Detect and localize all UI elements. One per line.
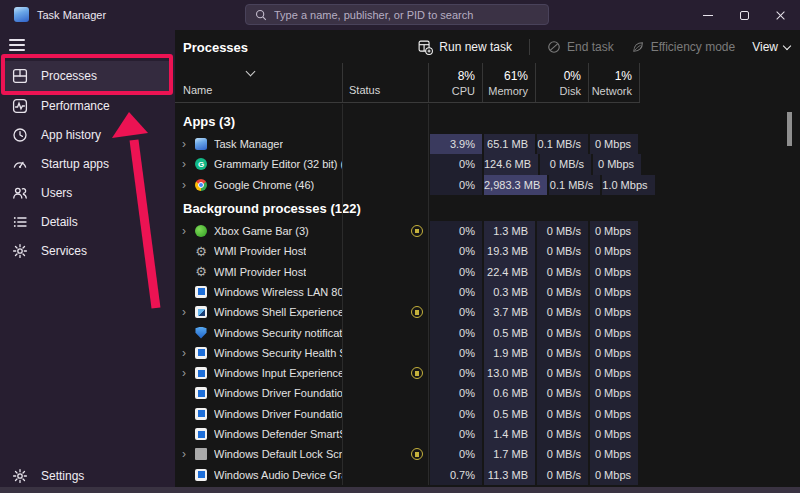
end-task-button[interactable]: End task [547,40,614,54]
memory-cell: 0.5 MB [482,404,535,424]
toolbar-divider [529,39,530,55]
process-name-cell: ›Windows Audio Device Graph... [175,464,342,484]
column-header-disk[interactable]: 0% Disk [535,63,588,102]
search-input[interactable] [274,9,539,21]
network-cell: 0 Mbps [588,261,640,281]
cpu-cell: 0% [428,221,482,241]
sidebar-nav: ProcessesPerformanceApp historyStartup a… [2,61,173,265]
process-name-cell: ›Grammarly Editor (32 bit) (5) [175,154,342,174]
run-new-task-icon [418,40,433,55]
process-row[interactable]: ›Xbox Game Bar (3)0%1.3 MB0 MB/s0 Mbps [175,221,795,241]
sidebar-item-services[interactable]: Services [2,236,173,265]
expand-chevron-icon[interactable]: › [182,158,195,170]
search-box[interactable] [245,4,549,25]
process-name-cell: ›WMI Provider Host [175,261,342,281]
network-cell: 1.0 Mbps [600,175,656,195]
network-cell: 0 Mbps [588,404,640,424]
disk-cell: 0.1 MB/s [535,134,588,154]
sidebar-item-startup-apps[interactable]: Startup apps [2,149,173,178]
close-button[interactable] [762,0,798,30]
process-name: Windows Driver Foundation - ... [214,387,342,399]
cpu-cell: 0% [428,444,482,464]
process-row[interactable]: ›Grammarly Editor (32 bit) (5)0%124.6 MB… [175,154,795,174]
cpu-cell: 0% [428,363,482,383]
memory-cell: 1.3 MB [482,221,535,241]
task-manager-icon [195,138,207,150]
end-task-icon [547,40,561,54]
memory-cell: 65.1 MB [482,134,535,154]
process-row[interactable]: ›Windows Default Lock Screen ...0%1.7 MB… [175,444,795,464]
disk-cell: 0.1 MB/s [547,175,600,195]
suspended-pause-icon [411,448,423,460]
process-row[interactable]: ›Windows Input Experience (3)0%13.0 MB0 … [175,363,795,383]
expand-chevron-icon[interactable]: › [182,448,195,460]
disk-cell: 0 MB/s [535,322,588,342]
status-cell [342,404,428,424]
process-row[interactable]: ›Task Manager3.9%65.1 MB0.1 MB/s0 Mbps [175,134,795,154]
window-icon [195,347,207,359]
chevron-down-icon [783,41,791,49]
process-group-header[interactable]: Apps (3) [175,108,795,134]
status-cell [342,444,428,464]
column-header-network[interactable]: 1% Network [588,63,640,102]
view-dropdown[interactable]: View [752,40,790,54]
menu-toggle-button[interactable] [9,39,25,51]
process-name: Windows Audio Device Graph... [214,469,342,481]
expand-chevron-icon[interactable]: › [182,138,195,150]
column-header-status[interactable]: Status [342,63,428,102]
memory-cell: 1.9 MB [482,343,535,363]
disk-cell: 0 MB/s [535,363,588,383]
search-icon [255,9,267,21]
expand-chevron-icon[interactable]: › [182,347,195,359]
memory-cell: 3.7 MB [482,302,535,322]
sidebar-item-label: Users [41,186,72,200]
cpu-cell: 0.7% [428,464,482,484]
run-new-task-button[interactable]: Run new task [418,40,512,55]
process-row[interactable]: ›WMI Provider Host0%19.3 MB0 MB/s0 Mbps [175,241,795,261]
process-row[interactable]: ›Windows Security Health Servi...0%1.9 M… [175,343,795,363]
gear-icon [12,468,28,484]
scrollbar-thumb[interactable] [787,112,792,146]
process-row[interactable]: ›Windows Audio Device Graph...0.7%11.3 M… [175,464,795,484]
process-name: Windows Default Lock Screen ... [214,448,342,460]
process-row[interactable]: ›Windows Wireless LAN 802.1...0%0.3 MB0 … [175,282,795,302]
sidebar-item-app-history[interactable]: App history [2,120,173,149]
sidebar-item-performance[interactable]: Performance [2,91,173,120]
expand-chevron-icon[interactable]: › [182,225,195,237]
sidebar-item-settings[interactable]: Settings [2,462,173,490]
sidebar-item-users[interactable]: Users [2,178,173,207]
column-header-cpu[interactable]: 8% CPU [428,63,482,102]
cpu-cell: 0% [428,383,482,403]
wmi-gear-icon [195,266,207,278]
efficiency-mode-button[interactable]: Efficiency mode [631,40,736,54]
process-row[interactable]: ›Windows Defender SmartScre...0%1.4 MB0 … [175,424,795,444]
sidebar-item-label: Details [41,215,78,229]
column-header-memory[interactable]: 61% Memory [482,63,535,102]
process-row[interactable]: ›Windows Security notification ...0%0.5 … [175,322,795,342]
process-row[interactable]: ›Windows Driver Foundation - ...0%0.5 MB… [175,404,795,424]
column-header-name[interactable]: Name [175,63,342,102]
expand-chevron-icon[interactable]: › [182,306,195,318]
process-group-header[interactable]: Background processes (122) [175,195,795,221]
process-name-cell: ›Windows Default Lock Screen ... [175,444,342,464]
sidebar-item-processes[interactable]: Processes [2,61,173,91]
window-icon [195,286,207,298]
process-name: Windows Security Health Servi... [214,347,342,359]
disk-cell: 0 MB/s [535,424,588,444]
expand-chevron-icon[interactable]: › [182,179,195,191]
maximize-button[interactable] [726,0,762,30]
chrome-icon [195,179,207,191]
sort-chevron-icon [246,67,256,77]
process-row[interactable]: ›Windows Shell Experience Hos...0%3.7 MB… [175,302,795,322]
sidebar-item-details[interactable]: Details [2,207,173,236]
network-cell: 0 Mbps [588,241,640,261]
expand-chevron-icon[interactable]: › [182,367,195,379]
minimize-button[interactable] [690,0,726,30]
process-row[interactable]: ›WMI Provider Host0%22.4 MB0 MB/s0 Mbps [175,261,795,281]
process-group-label: Apps (3) [183,114,235,129]
cpu-cell: 0% [428,424,482,444]
network-cell: 0 Mbps [588,282,640,302]
process-row[interactable]: ›Windows Driver Foundation - ...0%0.6 MB… [175,383,795,403]
process-row[interactable]: ›Google Chrome (46)0%2,983.3 MB0.1 MB/s1… [175,175,795,195]
table-header: Name Status 8% CPU 61% Memory 0% Disk 1%… [175,63,640,103]
